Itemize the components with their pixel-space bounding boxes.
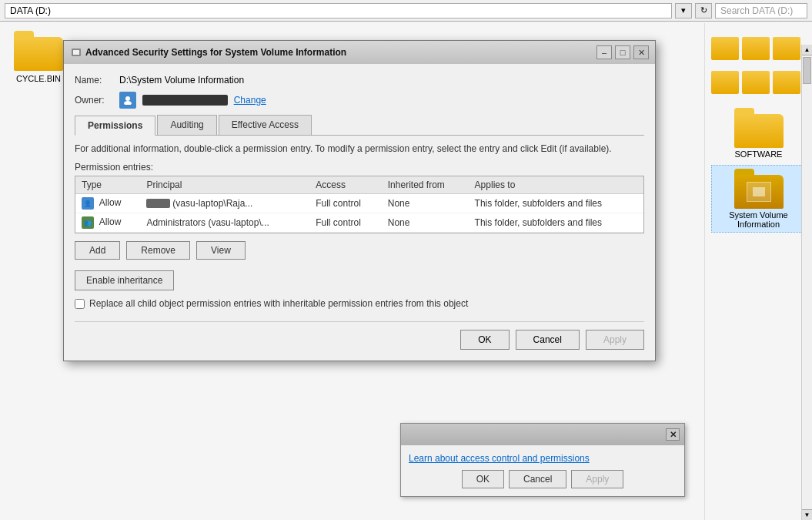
row1-access: Full control (309, 194, 382, 213)
name-row: Name: D:\System Volume Information (75, 75, 644, 86)
folder-label-sysvolinfo: System Volume Information (715, 210, 802, 229)
user-icon-1: 👤 (82, 197, 94, 210)
apply-btn[interactable]: Apply (586, 330, 644, 350)
refresh-btn[interactable]: ↻ (695, 3, 712, 18)
add-btn[interactable]: Add (75, 241, 120, 260)
search-box[interactable]: Search DATA (D:) (715, 3, 807, 18)
svg-point-2 (125, 96, 130, 101)
small-dialog-buttons: OK Cancel Apply (409, 470, 677, 488)
col-inherited: Inherited from (382, 176, 469, 194)
col-type: Type (75, 176, 140, 194)
owner-avatar (119, 92, 136, 109)
cancel-btn[interactable]: Cancel (516, 330, 580, 350)
address-bar: DATA (D:) ▾ ↻ Search DATA (D:) (0, 0, 812, 22)
address-text: DATA (D:) (10, 5, 51, 16)
small-apply-btn[interactable]: Apply (571, 470, 623, 488)
maximize-btn[interactable]: □ (615, 45, 630, 59)
minimize-btn[interactable]: – (596, 45, 612, 59)
learn-permissions-link[interactable]: Learn about access control and permissio… (409, 453, 590, 464)
folder-label-cycle: CYCLE.BIN (16, 74, 61, 83)
svg-rect-1 (73, 50, 79, 55)
folder-software[interactable]: SOFTWARE (711, 108, 806, 159)
permissions-table-wrapper: Type Principal Access Inherited from App… (75, 176, 644, 233)
folder-icon-cycle (14, 31, 63, 71)
scroll-down-btn[interactable]: ▼ (802, 509, 812, 520)
ok-btn[interactable]: OK (460, 330, 509, 350)
scrollbar[interactable]: ▲ ▼ (801, 45, 812, 520)
svg-point-3 (124, 101, 132, 105)
row2-access: Full control (309, 213, 382, 233)
name-value: D:\System Volume Information (119, 75, 244, 86)
replace-checkbox-label: Replace all child object permission entr… (89, 298, 468, 309)
dialog-bottom-buttons: OK Cancel Apply (75, 321, 644, 350)
close-btn[interactable]: ✕ (633, 45, 649, 59)
address-input[interactable]: DATA (D:) (5, 3, 672, 18)
scroll-thumb[interactable] (803, 57, 811, 84)
small-dialog: ✕ Learn about access control and permiss… (400, 423, 685, 497)
row1-inherited: None (382, 194, 469, 213)
col-applies: Applies to (469, 176, 643, 194)
tab-effective-access[interactable]: Effective Access (219, 115, 312, 135)
replace-checkbox[interactable] (75, 299, 85, 309)
view-btn[interactable]: View (196, 241, 246, 260)
owner-name (142, 95, 228, 106)
scroll-up-btn[interactable]: ▲ (802, 45, 812, 55)
tab-permissions[interactable]: Permissions (75, 116, 155, 136)
remove-btn[interactable]: Remove (126, 241, 190, 260)
tab-bar: Permissions Auditing Effective Access (75, 115, 644, 136)
row1-applies: This folder, subfolders and files (469, 194, 643, 213)
enable-inheritance-btn[interactable]: Enable inheritance (75, 270, 174, 290)
table-row[interactable]: 👤 Allow (vasu-laptop\Raja... Full contro… (75, 194, 643, 213)
col-access: Access (309, 176, 382, 194)
dialog-titlebar: Advanced Security Settings for System Vo… (64, 41, 655, 64)
small-ok-btn[interactable]: OK (462, 470, 504, 488)
perm-entries-label: Permission entries: (75, 162, 644, 173)
permissions-table: Type Principal Access Inherited from App… (75, 176, 643, 233)
folder-cycle-bin[interactable]: CYCLE.BIN (8, 31, 69, 83)
user-icon-2: 👥 (82, 216, 94, 229)
table-action-buttons: Add Remove View (75, 241, 644, 260)
owner-label: Owner: (75, 95, 113, 106)
name-label: Name: (75, 75, 113, 86)
right-panel: SOFTWARE System Volume Information ▲ ▼ (704, 23, 812, 520)
folder-system-volume[interactable]: System Volume Information (711, 165, 806, 233)
change-owner-link[interactable]: Change (234, 95, 266, 106)
info-text: For additional information, double-click… (75, 143, 644, 154)
folder-label-software: SOFTWARE (711, 149, 806, 159)
owner-info: Change (119, 92, 266, 109)
replace-checkbox-row: Replace all child object permission entr… (75, 298, 644, 309)
small-cancel-btn[interactable]: Cancel (509, 470, 566, 488)
row1-principal: (vasu-laptop\Raja... (140, 194, 309, 213)
col-principal: Principal (140, 176, 309, 194)
table-row[interactable]: 👥 Allow Administrators (vasu-laptop\... … (75, 213, 643, 233)
dialog-title: Advanced Security Settings for System Vo… (85, 47, 593, 58)
row1-type: 👤 Allow (75, 194, 140, 213)
address-dropdown-btn[interactable]: ▾ (675, 3, 692, 18)
dialog-content: Name: D:\System Volume Information Owner… (64, 64, 655, 361)
owner-row: Owner: Change (75, 92, 644, 109)
row2-applies: This folder, subfolders and files (469, 213, 643, 233)
main-dialog: Advanced Security Settings for System Vo… (63, 40, 656, 361)
tab-auditing[interactable]: Auditing (157, 115, 216, 135)
small-dialog-titlebar: ✕ (401, 424, 684, 445)
dialog-title-icon (70, 46, 82, 59)
small-dialog-body: Learn about access control and permissio… (401, 445, 684, 496)
row2-type: 👥 Allow (75, 213, 140, 233)
small-dialog-close-btn[interactable]: ✕ (666, 428, 680, 441)
row2-inherited: None (382, 213, 469, 233)
search-placeholder: Search DATA (D:) (720, 5, 793, 16)
row2-principal: Administrators (vasu-laptop\... (140, 213, 309, 233)
